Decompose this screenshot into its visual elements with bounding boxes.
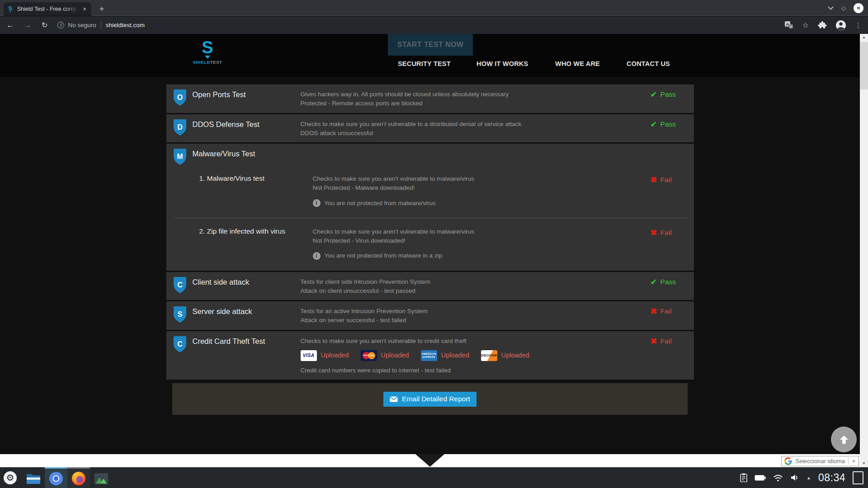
uploaded-label: Uploaded (321, 351, 349, 361)
test-desc: Checks to make sure you aren't vulnerabl… (313, 174, 651, 183)
pass-check-icon: ✔ (651, 90, 657, 99)
subtest-label: 1. Malware/Virus test (199, 174, 313, 208)
svg-text:S: S (9, 5, 13, 12)
mountains-app-icon (94, 471, 108, 486)
taskbar-green-app[interactable] (90, 467, 113, 488)
nav-how-it-works[interactable]: HOW IT WORKS (476, 60, 528, 67)
test-badge-icon: M (173, 148, 187, 165)
app-menu-button[interactable]: ⚙ (4, 471, 17, 484)
test-result-text: Not Protected - Virus downloaded! (313, 236, 651, 245)
taskbar-firefox[interactable] (67, 467, 90, 488)
envelope-icon (390, 396, 398, 402)
url-text[interactable]: shieldtest.com (106, 22, 145, 28)
scrollbar-thumb[interactable] (860, 42, 868, 89)
test-row-credit-card: C Credit Card Theft Test Checks to make … (166, 331, 694, 380)
site-info-icon[interactable]: i (57, 22, 64, 28)
scrollbar-up-icon[interactable]: ▲ (860, 34, 868, 41)
clipboard-icon[interactable] (740, 473, 747, 482)
pass-check-icon: ✔ (651, 278, 657, 286)
bookmark-star-icon[interactable]: ☆ (802, 21, 809, 29)
browser-tab[interactable]: S Shield Test - Free comprehens × (4, 2, 91, 16)
taskbar-clock[interactable]: 08:34 (818, 472, 845, 484)
window-controls: ◇ × (828, 0, 863, 16)
subtest-zip-virus: 2. Zip file infected with virus Checks t… (173, 218, 689, 271)
test-title: Client side attack (187, 277, 301, 296)
pass-check-icon: ✔ (651, 120, 657, 128)
test-desc: Tests for an active Intrusion Prevention… (301, 307, 651, 316)
svg-text:C: C (177, 340, 183, 348)
shieldtest-logo[interactable]: S SHIELDTEST (192, 38, 223, 65)
test-row-malware-virus: M Malware/Virus Test 1. Malware/Virus te… (166, 144, 694, 271)
nav-who-we-are[interactable]: WHO WE ARE (555, 60, 600, 67)
status-badge: ✖Fail (651, 174, 689, 208)
volume-icon[interactable] (790, 474, 799, 482)
discover-card-icon: DISCOVER (481, 350, 497, 361)
test-desc: Gives hackers way in. All ports should b… (301, 90, 651, 99)
taskbar-file-manager[interactable] (22, 467, 45, 488)
up-arrow-icon (838, 434, 850, 446)
nav-security-test[interactable]: SECURITY TEST (398, 60, 451, 67)
scroll-to-top-button[interactable] (831, 427, 857, 452)
back-button[interactable]: ← (6, 21, 14, 30)
tab-close-icon[interactable]: × (81, 5, 88, 13)
test-row-server-side: S Server side attack Tests for an active… (166, 301, 694, 330)
status-badge: ✔Pass (651, 119, 689, 138)
extensions-puzzle-icon[interactable] (818, 21, 827, 30)
taskbar-chromium[interactable] (45, 467, 67, 488)
status-badge: ✖Fail (651, 336, 689, 375)
test-result-text: Not Protected - Malware downloaded! (313, 183, 651, 192)
svg-text:M: M (177, 153, 183, 160)
test-badge-icon: C (173, 336, 187, 353)
url-divider (101, 21, 101, 29)
info-icon: i (313, 252, 321, 260)
svg-text:A: A (786, 22, 789, 26)
email-detailed-report-button[interactable]: Email Detailed Report (383, 392, 476, 407)
test-result-text: Protected - Remote access ports are bloc… (301, 99, 651, 108)
status-badge: ✖Fail (651, 227, 689, 261)
nav-contact-us[interactable]: CONTACT US (627, 60, 670, 67)
new-tab-button[interactable]: + (96, 3, 108, 15)
show-desktop-button[interactable] (853, 471, 863, 484)
window-maximize-icon[interactable]: ◇ (841, 5, 846, 11)
fail-x-icon: ✖ (651, 307, 657, 315)
translate-dropdown-icon[interactable]: ▼ (852, 459, 856, 464)
svg-text:a: a (790, 25, 792, 28)
google-translate-widget[interactable]: Seleccionar idioma ▼ (781, 456, 859, 466)
info-text: You are not protected from malware/virus (325, 199, 436, 208)
test-result-text: Attack on client unsuccessful - test pas… (301, 286, 651, 296)
browser-scrollbar[interactable]: ▲ ▼ (860, 34, 868, 467)
page-viewport: S SHIELDTEST START TEST NOW SECURITY TES… (0, 34, 860, 467)
reload-button[interactable]: ↻ (42, 21, 47, 29)
tray-expand-icon[interactable]: ▲ (807, 475, 811, 480)
status-badge: ✔Pass (651, 89, 689, 108)
uploaded-label: Uploaded (381, 351, 409, 361)
battery-icon[interactable] (755, 475, 766, 481)
svg-text:S: S (202, 38, 213, 57)
firefox-icon (71, 471, 86, 486)
logo-text-test: TEST (210, 60, 222, 65)
scroll-down-triangle-icon (415, 454, 444, 467)
window-close-button[interactable]: × (854, 3, 863, 13)
system-tray: ▲ 08:34 (740, 471, 868, 484)
profile-avatar[interactable] (836, 20, 846, 30)
translate-icon[interactable]: Aa (784, 21, 793, 30)
status-badge: ✔Pass (651, 277, 689, 296)
svg-text:S: S (177, 310, 182, 318)
wifi-icon[interactable] (773, 474, 783, 482)
info-text: You are not protected from malware in a … (325, 251, 443, 260)
test-desc: Tests for client side Intrusion Preventi… (301, 277, 651, 286)
start-test-now-button[interactable]: START TEST NOW (388, 34, 473, 56)
test-title: Server side attack (187, 306, 301, 325)
test-title: Credit Card Theft Test (187, 336, 301, 375)
status-badge: ✖Fail (651, 306, 689, 325)
test-desc: Checks to make sure you aren't vulnerabl… (301, 337, 651, 346)
window-shade-icon[interactable] (828, 6, 834, 10)
forward-button[interactable]: → (24, 21, 32, 30)
test-title: Malware/Virus Test (187, 148, 301, 165)
amex-card-icon: AMERICANEXPRESS (421, 350, 437, 361)
scrollbar-down-icon[interactable]: ▼ (860, 460, 868, 467)
browser-menu-icon[interactable]: ⋮ (855, 21, 862, 29)
subtest-malware: 1. Malware/Virus test Checks to make sur… (173, 165, 689, 218)
uploaded-label: Uploaded (501, 351, 529, 361)
test-results-list: O Open Ports Test Gives hackers way in. … (166, 84, 694, 380)
